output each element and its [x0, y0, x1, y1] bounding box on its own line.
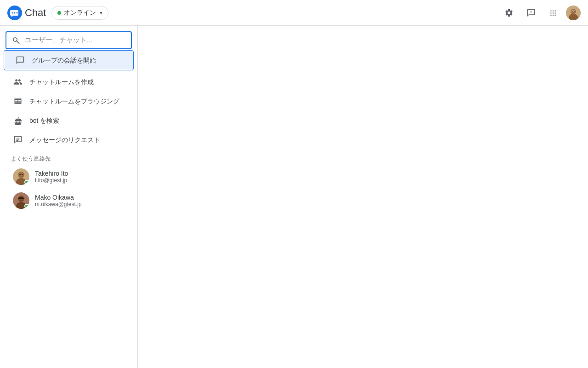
status-dot-icon — [57, 11, 61, 15]
contact-name-mako: Mako Oikawa — [35, 194, 82, 201]
sidebar-item-browse-room[interactable]: チャットルームをブラウジング — [2, 92, 136, 111]
contact-item-mako[interactable]: Mako Oikawa m.oikawa@gtest.jp — [2, 189, 136, 213]
contact-info-mako: Mako Oikawa m.oikawa@gtest.jp — [35, 194, 82, 207]
apps-button[interactable] — [544, 4, 562, 22]
feedback-icon — [526, 8, 536, 17]
svg-line-11 — [16, 40, 20, 44]
svg-point-3 — [17, 12, 18, 13]
svg-point-10 — [574, 11, 575, 12]
frequent-section-header: よく使う連絡先 — [0, 150, 137, 165]
group-chat-icon — [15, 55, 25, 65]
sidebar-item-group-chat[interactable]: グループの会話を開始 — [4, 50, 134, 70]
online-dot-mako — [24, 204, 29, 208]
create-room-icon — [13, 77, 23, 87]
create-room-label: チャットルームを作成 — [29, 78, 94, 86]
search-box[interactable]: ユーザー、チャット... — [6, 31, 132, 49]
browse-room-icon — [13, 96, 23, 106]
group-chat-label: グループの会話を開始 — [32, 56, 96, 64]
chat-logo-icon — [7, 6, 22, 20]
contact-avatar-takehiro — [13, 168, 29, 185]
contact-email-mako: m.oikawa@gtest.jp — [35, 201, 82, 207]
main-content: ユーザー、チャット... グループの会話を開始 チャットルームを作成 — [0, 26, 588, 368]
user-avatar-button[interactable] — [566, 6, 581, 20]
sidebar-item-message-request[interactable]: メッセージのリクエスト — [2, 130, 136, 150]
svg-point-15 — [19, 174, 20, 175]
logo: Chat — [7, 6, 46, 20]
sidebar-item-create-room[interactable]: チャットルームを作成 — [2, 72, 136, 92]
contact-email-takehiro: t.ito@gtest.jp — [35, 177, 68, 184]
header-right — [500, 4, 581, 22]
settings-icon — [504, 8, 514, 17]
svg-point-2 — [14, 12, 16, 13]
svg-point-5 — [571, 9, 576, 14]
svg-point-9 — [572, 11, 573, 12]
browse-room-label: チャットルームをブラウジング — [29, 97, 119, 105]
search-icon — [12, 36, 20, 45]
svg-point-1 — [12, 12, 13, 13]
bot-search-label: bot を検索 — [29, 116, 59, 125]
logo-text: Chat — [25, 7, 46, 19]
status-button[interactable]: オンライン ▾ — [51, 6, 108, 20]
search-placeholder: ユーザー、チャット... — [25, 36, 93, 45]
online-dot-takehiro — [24, 180, 29, 184]
bot-icon — [13, 115, 23, 126]
right-panel — [138, 26, 588, 368]
apps-icon — [548, 8, 558, 17]
app-header: Chat オンライン ▾ — [0, 0, 588, 26]
contact-avatar-mako — [13, 192, 29, 209]
user-avatar-icon — [566, 6, 581, 20]
contact-item-takehiro[interactable]: Takehiro Ito t.ito@gtest.jp — [2, 165, 136, 189]
sidebar: ユーザー、チャット... グループの会話を開始 チャットルームを作成 — [0, 26, 138, 368]
settings-button[interactable] — [500, 4, 518, 22]
header-left: Chat オンライン ▾ — [7, 6, 108, 20]
contact-info-takehiro: Takehiro Ito t.ito@gtest.jp — [35, 170, 68, 184]
chevron-down-icon: ▾ — [100, 10, 102, 16]
feedback-button[interactable] — [522, 4, 540, 22]
message-request-icon — [13, 135, 23, 145]
status-label: オンライン — [64, 9, 96, 17]
svg-point-16 — [22, 174, 23, 175]
message-request-label: メッセージのリクエスト — [29, 136, 100, 144]
contact-name-takehiro: Takehiro Ito — [35, 170, 68, 177]
sidebar-item-bot-search[interactable]: bot を検索 — [2, 111, 136, 130]
